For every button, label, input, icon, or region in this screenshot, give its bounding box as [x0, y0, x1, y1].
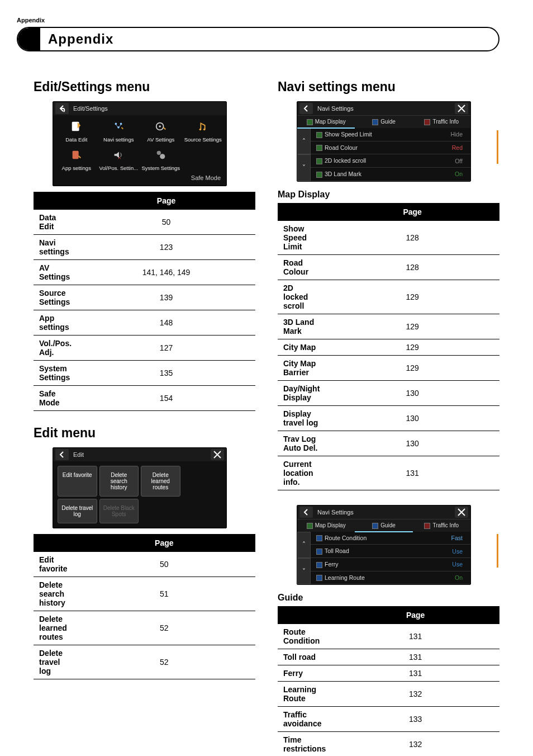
back-icon[interactable] — [55, 103, 69, 114]
row-icon — [316, 172, 322, 178]
icon-av-settings[interactable]: AV Settings — [140, 119, 182, 143]
row-value: Off — [455, 158, 463, 164]
row-page: 130 — [325, 405, 499, 431]
tab-guide[interactable]: Guide — [355, 116, 412, 128]
svg-point-6 — [199, 129, 202, 131]
row-page: 127 — [77, 336, 255, 361]
btn-delete-travel-log[interactable]: Delete travel log — [58, 499, 97, 523]
section-edit-menu: Edit menu — [34, 426, 255, 441]
table-row: Edit favorite50 — [34, 551, 255, 577]
icon-app-settings[interactable]: App settings — [55, 147, 98, 171]
row-icon — [316, 145, 322, 151]
list-item[interactable]: Toll RoadUse — [311, 545, 470, 558]
screenshot-navi-map: Navi Settings Map Display Guide Traffic … — [297, 101, 471, 182]
map-display-icon — [307, 523, 313, 529]
row-page: 129 — [325, 280, 499, 314]
row-value: Hide — [450, 131, 463, 138]
row-name: Ferry — [278, 665, 331, 682]
list-item[interactable]: Show Speed LimitHide — [311, 128, 470, 141]
back-icon[interactable] — [55, 449, 69, 460]
safe-mode-label[interactable]: Safe Mode — [53, 172, 226, 186]
scroll-up-icon[interactable]: ˄ — [297, 128, 311, 154]
table-row: Data Edit50 — [34, 209, 255, 235]
row-name: Learning Route — [278, 682, 331, 707]
table-row: App settings148 — [34, 310, 255, 336]
row-page: 51 — [73, 577, 255, 611]
list-item[interactable]: 2D locked scrollOff — [311, 154, 470, 168]
list-item[interactable]: Road ColourRed — [311, 141, 470, 155]
btn-edit-favorite[interactable]: Edit favorite — [58, 466, 97, 497]
row-page: 132 — [331, 682, 499, 707]
tab-map-display[interactable]: Map Display — [297, 519, 355, 532]
table-row: Time restrictions132 — [278, 732, 499, 756]
scroll-down-icon[interactable]: ˅ — [297, 154, 311, 181]
scroll-down-icon[interactable]: ˅ — [297, 558, 311, 584]
back-icon[interactable] — [299, 103, 313, 114]
row-page: 128 — [325, 220, 499, 255]
device-title: Navi Settings — [317, 509, 455, 516]
row-page: 154 — [77, 386, 255, 411]
screenshot-edit: Edit Edit favorite Delete search history… — [53, 447, 227, 528]
icon-system-settings[interactable]: System Settings — [140, 147, 182, 171]
btn-delete-search-history[interactable]: Delete search history — [99, 466, 139, 497]
list-item[interactable]: Route ConditionFast — [311, 532, 470, 545]
row-name: 3D Land Mark — [278, 314, 325, 339]
row-name: Day/Night Display — [278, 380, 325, 405]
table-row: System Settings135 — [34, 361, 255, 386]
table-guide: Page Route Condition131Toll road131Ferry… — [278, 606, 499, 756]
scroll-up-icon[interactable]: ˄ — [297, 532, 311, 558]
tab-guide[interactable]: Guide — [355, 519, 412, 532]
row-page: 131 — [325, 456, 499, 490]
row-name: Road Colour — [278, 254, 325, 280]
tab-map-display[interactable]: Map Display — [297, 116, 355, 128]
list-item[interactable]: FerryUse — [311, 558, 470, 571]
row-icon — [316, 132, 322, 138]
row-name: AV Settings — [34, 260, 77, 285]
table-row: Toll road131 — [278, 649, 499, 665]
col-page: Page — [77, 192, 255, 209]
traffic-icon — [424, 523, 430, 529]
guide-icon — [372, 523, 378, 529]
close-icon[interactable] — [211, 449, 224, 460]
row-page: 128 — [325, 254, 499, 280]
col-page: Page — [325, 204, 499, 220]
back-icon[interactable] — [299, 507, 313, 518]
row-page: 130 — [325, 380, 499, 405]
row-name: Delete learned routes — [34, 611, 73, 645]
row-icon — [316, 158, 322, 164]
list-item[interactable]: 3D Land MarkOn — [311, 168, 470, 181]
chapter-band: Appendix — [17, 27, 499, 51]
btn-delete-learned-routes[interactable]: Delete learned routes — [141, 466, 180, 497]
icon-data-edit[interactable]: Data Edit — [55, 119, 98, 143]
row-icon — [316, 562, 322, 568]
icon-navi-settings[interactable]: Navi settings — [98, 119, 140, 143]
close-icon[interactable] — [455, 507, 468, 518]
table-row: Source Settings139 — [34, 285, 255, 310]
tab-traffic[interactable]: Traffic Info — [413, 519, 470, 532]
row-page: 52 — [73, 611, 255, 645]
device-title: Navi Settings — [317, 105, 455, 112]
table-row: Current location info.131 — [278, 456, 499, 490]
col-page: Page — [73, 535, 255, 551]
svg-point-7 — [203, 129, 206, 131]
row-name: Vol./Pos. Adj. — [34, 336, 77, 361]
device-title: Edit/Settings — [73, 105, 224, 112]
row-name: Current location info. — [278, 456, 325, 490]
table-row: Route Condition131 — [278, 623, 499, 649]
table-row: Traffic avoidance133 — [278, 707, 499, 732]
table-map-display: Page Show Speed Limit128Road Colour1282D… — [278, 203, 499, 490]
icon-vol-pos[interactable]: Vol/Pos. Settin... — [98, 147, 140, 171]
row-page: 130 — [325, 431, 499, 456]
row-value: Red — [452, 144, 463, 151]
table-row: 3D Land Mark129 — [278, 314, 499, 339]
row-name: Edit favorite — [34, 551, 73, 577]
row-name: Data Edit — [34, 209, 77, 235]
row-name: Safe Mode — [34, 386, 77, 411]
row-name: Display travel log — [278, 405, 325, 431]
icon-source-settings[interactable]: Source Settings — [182, 119, 225, 143]
close-icon[interactable] — [455, 103, 468, 114]
tab-traffic[interactable]: Traffic Info — [413, 116, 470, 128]
subtitle-guide: Guide — [278, 593, 499, 603]
list-item[interactable]: Learning RouteOn — [311, 571, 470, 585]
row-page: 131 — [331, 665, 499, 682]
